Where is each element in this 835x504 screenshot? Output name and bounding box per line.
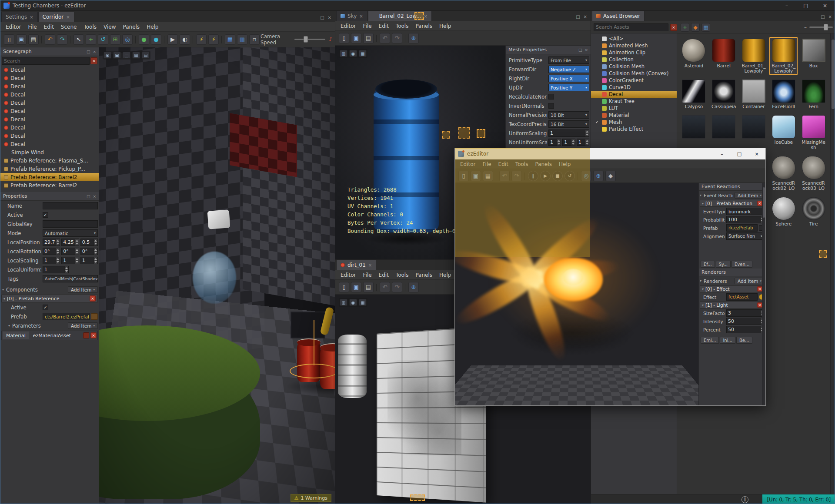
active-checkbox[interactable] [43, 212, 48, 218]
asset-type-item[interactable]: ✓ Collision Mesh (Convex) [591, 70, 677, 77]
clear-search-icon[interactable]: × [90, 57, 97, 64]
menu-item[interactable]: Tools [392, 271, 412, 279]
physics-sphere-icon[interactable]: ● [139, 34, 149, 45]
uniform-scaling-stepper[interactable]: 1 [43, 266, 69, 273]
asset-item[interactable]: Fern [799, 78, 828, 111]
menu-item[interactable]: View [100, 23, 119, 31]
position-y-stepper[interactable]: 4.25 [61, 239, 79, 246]
prefab-reaction-group[interactable]: ▾ [0] - Prefab Reaction × [700, 200, 765, 207]
primitivetype-dropdown[interactable]: From File▾ [548, 56, 589, 64]
asset-item[interactable]: Box [799, 37, 828, 75]
redo-icon[interactable]: ↷ [511, 171, 522, 181]
minimize-button[interactable]: – [777, 0, 796, 10]
remove-component-icon[interactable]: × [90, 295, 96, 302]
scale-gizmo-icon[interactable]: ⊞ [110, 34, 120, 45]
asset-item[interactable]: Cassiopeia [710, 78, 738, 111]
scenegraph-tree-item[interactable]: Decal [0, 115, 99, 123]
close-panel-icon[interactable]: × [584, 48, 588, 52]
position-x-stepper[interactable]: 29.7 [43, 239, 60, 246]
asset-type-item[interactable]: ✓ Animation Clip [591, 49, 677, 56]
scenegraph-search-input[interactable] [2, 57, 90, 65]
alignment-dropdown[interactable]: Surface Non▾ [726, 232, 765, 240]
dock-drag-handle[interactable] [410, 494, 425, 501]
clear-search-icon[interactable]: × [670, 24, 677, 31]
asset-type-item[interactable]: ✓ ColorGradient [591, 77, 677, 84]
menu-item[interactable]: Editor [2, 23, 25, 31]
scenegraph-tree-item[interactable]: Simple Wind [0, 148, 99, 156]
save-icon[interactable]: ▣ [351, 33, 361, 43]
nonuniformscaling-x-stepper[interactable]: 1 [548, 139, 561, 146]
asset-type-item[interactable]: ✓ Curve1D [591, 84, 677, 91]
warnings-badge[interactable]: ⚠ 1 Warnings [291, 494, 331, 502]
material-color-button[interactable] [83, 332, 89, 338]
asset-type-item[interactable]: ✓ Decal [591, 91, 677, 98]
menu-item[interactable]: Help [436, 271, 454, 279]
play-scene-icon[interactable]: ▶ [167, 34, 178, 45]
forwarddir-dropdown[interactable]: Negative Z▾ [548, 66, 589, 73]
asset-item[interactable] [680, 113, 708, 152]
log-status-button[interactable]: [Un: 0, Tr: 5, Th: 0, Err: 0] [762, 494, 835, 504]
menu-item[interactable]: Edit [375, 271, 392, 279]
panel-tab[interactable]: Be... [736, 337, 752, 344]
scene-3d-viewport[interactable]: ◉ ▣ □ ▦ ▤ ⚠ 1 Warnings [99, 47, 335, 504]
nonuniformscaling-z-stepper[interactable]: 1 [577, 139, 589, 146]
close-button[interactable]: × [815, 0, 835, 10]
asset-type-item[interactable]: ✓ Collision Mesh [591, 63, 677, 70]
close-panel-icon[interactable]: × [93, 194, 96, 199]
undo-icon[interactable]: ↶ [380, 33, 390, 43]
pause-button[interactable]: ‖ [528, 171, 538, 181]
recalculatenormals-checkbox[interactable] [548, 94, 554, 99]
pause-status-icon[interactable]: ‖ [741, 496, 748, 503]
sound-icon[interactable]: ♪ [329, 36, 332, 43]
asset-item[interactable]: ScannedRock02_LQ [769, 154, 798, 192]
menu-item[interactable]: Panels [412, 22, 436, 30]
tags-dropdown[interactable]: AutoColMesh|CastShadow▾ [43, 275, 98, 282]
float-panel-icon[interactable]: □ [87, 50, 90, 54]
effect-asset-field[interactable]: fectAsset [726, 293, 758, 301]
camera-icon[interactable]: ◉ [349, 50, 357, 57]
simulate-icon[interactable]: ◐ [180, 34, 190, 45]
asset-search-input[interactable] [594, 23, 668, 31]
editor-tab[interactable]: Sky × [336, 11, 367, 21]
scenegraph-tree-item[interactable]: Decal [0, 66, 99, 74]
new-document-icon[interactable]: ▯ [339, 282, 349, 292]
prefab-asset-field[interactable]: cts/Barrel2.ezPrefab [43, 313, 90, 320]
particle-window-titlebar[interactable]: ezEditor – □ × [455, 148, 765, 159]
asset-type-item[interactable]: ✓ Collection [591, 56, 677, 63]
new-document-icon[interactable]: ▯ [4, 34, 14, 45]
menu-item[interactable]: Help [436, 22, 454, 30]
close-button[interactable]: × [748, 148, 765, 159]
position-z-stepper[interactable]: 0.5 [80, 239, 98, 246]
menu-item[interactable]: Tools [392, 22, 412, 30]
thumbnail-size-slider-thumb[interactable] [824, 24, 828, 30]
intensity-stepper[interactable]: 50 [726, 318, 765, 325]
uniformscaling-stepper[interactable]: 1 [548, 129, 589, 137]
asset-item[interactable]: ExcelsiorII [769, 78, 798, 111]
world-space-icon[interactable]: ◎ [122, 34, 133, 45]
screen-icon[interactable]: ▥ [340, 50, 347, 57]
screen-icon[interactable]: ▥ [340, 299, 347, 306]
asset-type-item[interactable]: ✓ LUT [591, 105, 677, 112]
menu-item[interactable]: Editor [337, 22, 360, 30]
scenegraph-tree-item[interactable]: Decal [0, 74, 99, 82]
asset-item[interactable]: IceCube [769, 113, 798, 152]
speed-lightning2-icon[interactable]: ⚡ [208, 34, 219, 45]
play-button[interactable]: ▶ [540, 171, 551, 181]
scenegraph-tree-item[interactable]: Decal [0, 82, 99, 90]
mode-dropdown[interactable]: Automatic▾ [43, 229, 98, 237]
duplicate-icon[interactable]: ▤ [483, 171, 493, 181]
asset-item[interactable] [740, 113, 768, 152]
asset-grid-scrollbar[interactable] [830, 33, 835, 494]
scenegraph-tree-item[interactable]: Decal [0, 140, 99, 148]
menu-item[interactable]: Tools [512, 160, 532, 168]
save-icon[interactable]: ▣ [16, 34, 27, 45]
close-panel-icon[interactable]: × [584, 14, 587, 19]
viewport-toggle-icon[interactable]: ▫ [249, 34, 260, 45]
name-input[interactable] [43, 202, 98, 209]
duplicate-icon[interactable]: ▤ [363, 33, 374, 43]
menu-item[interactable]: File [360, 271, 375, 279]
menu-item[interactable]: File [360, 22, 375, 30]
redo-icon[interactable]: ↷ [392, 282, 402, 292]
fullscreen-icon[interactable]: □ [123, 52, 130, 59]
scenegraph-tree-item[interactable]: Prefab Reference: Barrel2 [0, 181, 99, 189]
